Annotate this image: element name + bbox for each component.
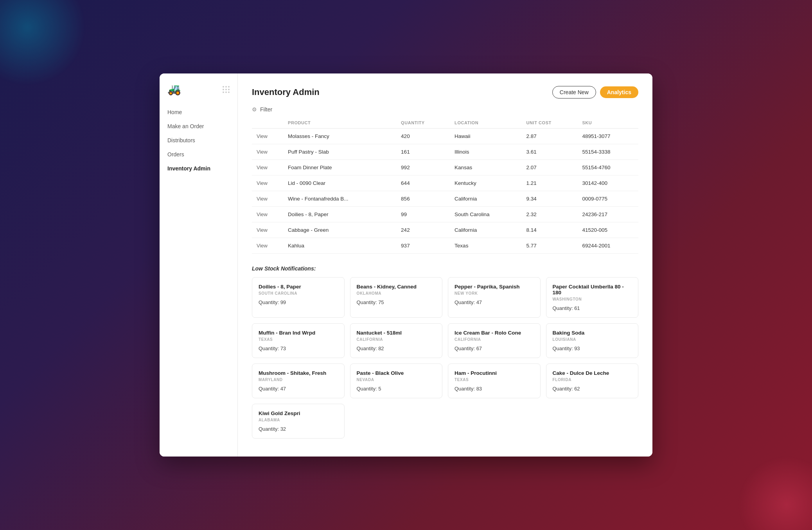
stock-card-quantity: Quantity: 47 <box>259 386 338 392</box>
unit-cost-value: 3.61 <box>522 144 578 160</box>
unit-cost-value: 1.21 <box>522 175 578 191</box>
quantity-value: 937 <box>396 238 450 254</box>
dots-menu-icon[interactable] <box>223 86 230 93</box>
stock-card-location: LOUISIANA <box>553 337 632 342</box>
view-button[interactable]: View <box>252 222 283 238</box>
table-row: ViewFoam Dinner Plate992Kansas2.0755154-… <box>252 160 638 175</box>
view-button[interactable]: View <box>257 243 268 249</box>
stock-card-quantity: Quantity: 75 <box>357 299 436 305</box>
stock-card[interactable]: Kiwi Gold Zespri ALABAMA Quantity: 32 <box>252 404 345 439</box>
location-value: Kentucky <box>450 175 521 191</box>
stock-card-quantity: Quantity: 47 <box>455 299 534 305</box>
main-nav: HomeMake an OrderDistributorsOrdersInven… <box>160 105 237 175</box>
stock-card-location: ALABAMA <box>259 418 338 422</box>
view-button[interactable]: View <box>257 211 268 217</box>
location-value: Illinois <box>450 144 521 160</box>
stock-card[interactable]: Paste - Black Olive NEVADA Quantity: 5 <box>350 363 443 398</box>
col-header-unit-cost: UNIT COST <box>522 117 578 129</box>
unit-cost-value: 9.34 <box>522 191 578 207</box>
stock-card-name: Paper Cocktail Umberlla 80 - 180 <box>553 284 632 295</box>
view-button[interactable]: View <box>257 180 268 186</box>
product-name: Cabbage - Green <box>283 222 396 238</box>
stock-card-name: Beans - Kidney, Canned <box>357 284 436 290</box>
unit-cost-value: 2.32 <box>522 207 578 222</box>
stock-card-location: FLORIDA <box>553 378 632 382</box>
stock-card-name: Nantucket - 518ml <box>357 330 436 336</box>
table-row: ViewDoilies - 8, Paper99South Carolina2.… <box>252 207 638 222</box>
sku-value: 48951-3077 <box>577 129 638 144</box>
col-header-sku: SKU <box>577 117 638 129</box>
unit-cost-value: 2.07 <box>522 160 578 175</box>
stock-card[interactable]: Ham - Procutinni TEXAS Quantity: 83 <box>448 363 541 398</box>
sidebar-header: 🚜 <box>160 83 237 105</box>
table-header: PRODUCTQUANTITYLOCATIONUNIT COSTSKU <box>252 117 638 129</box>
sku-value: 24236-217 <box>577 207 638 222</box>
stock-card-quantity: Quantity: 32 <box>259 426 338 432</box>
stock-card[interactable]: Nantucket - 518ml CALIFORNIA Quantity: 8… <box>350 323 443 358</box>
stock-card-quantity: Quantity: 73 <box>259 346 338 351</box>
stock-card-location: WASHINGTON <box>553 297 632 301</box>
view-button[interactable]: View <box>252 207 283 222</box>
table-row: ViewMolasses - Fancy420Hawaii2.8748951-3… <box>252 129 638 144</box>
view-button[interactable]: View <box>252 144 283 160</box>
stock-card-name: Baking Soda <box>553 330 632 336</box>
location-value: Kansas <box>450 160 521 175</box>
stock-card-quantity: Quantity: 62 <box>553 386 632 392</box>
create-new-button[interactable]: Create New <box>552 86 596 98</box>
view-button[interactable]: View <box>252 238 283 254</box>
product-name: Doilies - 8, Paper <box>283 207 396 222</box>
stock-card-quantity: Quantity: 5 <box>357 386 436 392</box>
table-body: ViewMolasses - Fancy420Hawaii2.8748951-3… <box>252 129 638 254</box>
sidebar-item-inventory-admin[interactable]: Inventory Admin <box>160 161 237 175</box>
view-button[interactable]: View <box>257 165 268 170</box>
quantity-value: 644 <box>396 175 450 191</box>
view-button[interactable]: View <box>252 129 283 144</box>
stock-card-quantity: Quantity: 93 <box>553 346 632 351</box>
stock-card-location: SOUTH CAROLINA <box>259 291 338 295</box>
stock-card[interactable]: Pepper - Paprika, Spanish NEW YORK Quant… <box>448 277 541 318</box>
stock-card[interactable]: Mushroom - Shitake, Fresh MARYLAND Quant… <box>252 363 345 398</box>
stock-card[interactable]: Cake - Dulce De Leche FLORIDA Quantity: … <box>546 363 639 398</box>
view-button[interactable]: View <box>252 175 283 191</box>
app-logo: 🚜 <box>167 83 181 96</box>
stock-card[interactable]: Ice Cream Bar - Rolo Cone CALIFORNIA Qua… <box>448 323 541 358</box>
stock-card-location: CALIFORNIA <box>357 337 436 342</box>
view-button[interactable]: View <box>257 133 268 139</box>
filter-icon: ⚙ <box>252 106 257 113</box>
sidebar-item-make-an-order[interactable]: Make an Order <box>160 119 237 133</box>
col-header-quantity: QUANTITY <box>396 117 450 129</box>
stock-card-location: OKLAHOMA <box>357 291 436 295</box>
filter-label[interactable]: Filter <box>260 106 272 113</box>
sidebar-item-home[interactable]: Home <box>160 105 237 119</box>
location-value: Hawaii <box>450 129 521 144</box>
stock-card[interactable]: Baking Soda LOUISIANA Quantity: 93 <box>546 323 639 358</box>
stock-card[interactable]: Doilies - 8, Paper SOUTH CAROLINA Quanti… <box>252 277 345 318</box>
stock-card-name: Kiwi Gold Zespri <box>259 410 338 416</box>
stock-card[interactable]: Paper Cocktail Umberlla 80 - 180 WASHING… <box>546 277 639 318</box>
quantity-value: 242 <box>396 222 450 238</box>
low-stock-grid: Doilies - 8, Paper SOUTH CAROLINA Quanti… <box>252 277 638 439</box>
view-button[interactable]: View <box>252 160 283 175</box>
cards-row: Muffin - Bran Ind Wrpd TEXAS Quantity: 7… <box>252 323 638 358</box>
view-button[interactable]: View <box>257 149 268 155</box>
stock-card[interactable]: Beans - Kidney, Canned OKLAHOMA Quantity… <box>350 277 443 318</box>
quantity-value: 856 <box>396 191 450 207</box>
sku-value: 55154-4760 <box>577 160 638 175</box>
product-name: Foam Dinner Plate <box>283 160 396 175</box>
page-title: Inventory Admin <box>252 87 320 97</box>
view-button[interactable]: View <box>252 191 283 207</box>
sidebar-item-distributors[interactable]: Distributors <box>160 133 237 147</box>
stock-card-name: Cake - Dulce De Leche <box>553 370 632 376</box>
cards-row: Mushroom - Shitake, Fresh MARYLAND Quant… <box>252 363 638 398</box>
stock-card[interactable]: Muffin - Bran Ind Wrpd TEXAS Quantity: 7… <box>252 323 345 358</box>
main-content: Inventory Admin Create New Analytics ⚙ F… <box>238 73 652 457</box>
sidebar-item-orders[interactable]: Orders <box>160 147 237 161</box>
unit-cost-value: 8.14 <box>522 222 578 238</box>
product-name: Molasses - Fancy <box>283 129 396 144</box>
stock-card-location: NEW YORK <box>455 291 534 295</box>
view-button[interactable]: View <box>257 227 268 233</box>
stock-card-name: Pepper - Paprika, Spanish <box>455 284 534 290</box>
view-button[interactable]: View <box>257 196 268 202</box>
analytics-button[interactable]: Analytics <box>600 86 638 98</box>
stock-card-quantity: Quantity: 67 <box>455 346 534 351</box>
